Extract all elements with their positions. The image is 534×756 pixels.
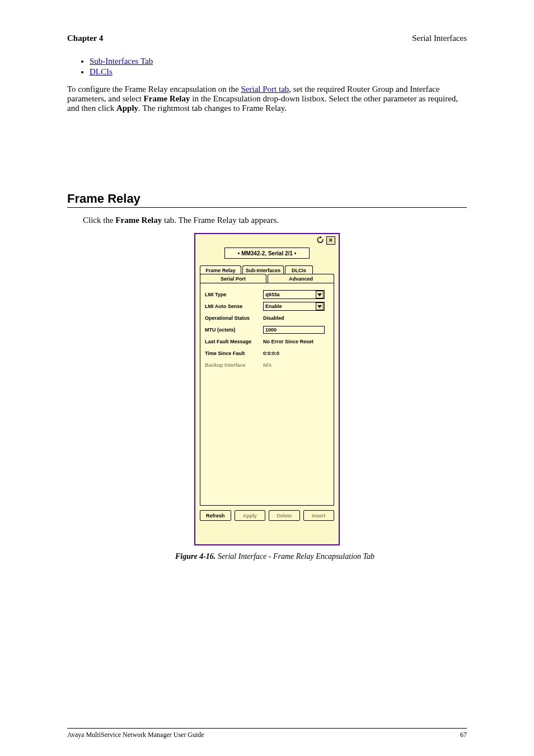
tab-sub-interfaces[interactable]: Sub-Interfaces xyxy=(242,265,284,274)
link-serial-port-tab[interactable]: Serial Port tab xyxy=(241,85,289,94)
dialog-title: • MM342-2, Serial 2/1 • xyxy=(224,248,310,259)
link-sub-interfaces[interactable]: Sub-Interfaces Tab xyxy=(90,57,153,66)
lmi-type-select[interactable]: q933a xyxy=(263,290,325,299)
insert-button[interactable]: Insert xyxy=(303,510,335,521)
bullet-list: Sub-Interfaces Tab DLCIs xyxy=(90,57,467,77)
backup-interface-value: N/A xyxy=(263,362,272,368)
dialog-titlebar-icons xyxy=(316,236,335,245)
body-paragraph-2: Click the Frame Relay tab. The Frame Rel… xyxy=(83,216,467,225)
mtu-input[interactable] xyxy=(263,326,325,334)
section-rule xyxy=(67,207,467,208)
section-heading-frame-relay: Frame Relay xyxy=(67,192,467,206)
page: Chapter 4 Serial Interfaces Sub-Interfac… xyxy=(0,0,534,756)
footer-page-number: 67 xyxy=(460,731,467,739)
page-footer: Avaya MultiService Network Manager User … xyxy=(67,728,467,739)
operational-status-label: Operational Status xyxy=(205,315,263,321)
mtu-label: MTU (octets) xyxy=(205,327,263,333)
tab-frame-relay[interactable]: Frame Relay xyxy=(200,265,241,274)
refresh-icon[interactable] xyxy=(316,236,324,244)
chevron-down-icon xyxy=(316,291,324,298)
close-icon[interactable] xyxy=(326,236,335,245)
figure-caption: Figure 4-16. Serial Interface - Frame Re… xyxy=(83,552,467,561)
backup-interface-label: Backup Interface xyxy=(205,362,263,368)
section-title: Serial Interfaces xyxy=(412,34,467,43)
link-dlcis[interactable]: DLCIs xyxy=(90,67,113,76)
chevron-down-icon xyxy=(316,302,324,310)
last-fault-label: Last Fault Message xyxy=(205,339,263,344)
chapter-label: Chapter 4 xyxy=(67,34,103,43)
tab-serial-port[interactable]: Serial Port xyxy=(200,274,266,283)
delete-button[interactable]: Delete xyxy=(269,510,300,521)
footer-doc-title: Avaya MultiService Network Manager User … xyxy=(67,731,204,739)
time-since-fault-value: 0:0:0:0 xyxy=(263,351,279,356)
time-since-fault-label: Time Since Fault xyxy=(205,351,263,356)
lmi-type-label: LMI Type xyxy=(205,292,263,297)
tab-advanced[interactable]: Advanced xyxy=(268,274,334,283)
tab-strip: Frame Relay Sub-Interfaces DLCIs Serial … xyxy=(200,265,334,283)
apply-button[interactable]: Apply xyxy=(235,510,266,521)
body-paragraph-1: To configure the Frame Relay encapsulati… xyxy=(67,85,467,113)
refresh-button[interactable]: Refresh xyxy=(200,510,231,521)
lmi-auto-sense-label: LMI Auto Sense xyxy=(205,304,263,309)
list-item: DLCIs xyxy=(90,67,467,77)
lmi-auto-sense-select[interactable]: Enable xyxy=(263,302,325,311)
last-fault-value: No Error Since Reset xyxy=(263,339,313,344)
dialog-button-bar: Refresh Apply Delete Insert xyxy=(195,506,339,521)
tab-dlcis[interactable]: DLCIs xyxy=(285,265,313,274)
lmi-auto-sense-value: Enable xyxy=(265,304,282,309)
tab-panel: LMI Type q933a LMI Auto Sense Enable Ope… xyxy=(200,283,334,506)
page-header: Chapter 4 Serial Interfaces xyxy=(67,34,467,43)
frame-relay-dialog: • MM342-2, Serial 2/1 • Frame Relay Sub-… xyxy=(194,233,340,545)
list-item: Sub-Interfaces Tab xyxy=(90,57,467,66)
lmi-type-value: q933a xyxy=(265,292,280,297)
operational-status-value: Disabled xyxy=(263,315,284,321)
